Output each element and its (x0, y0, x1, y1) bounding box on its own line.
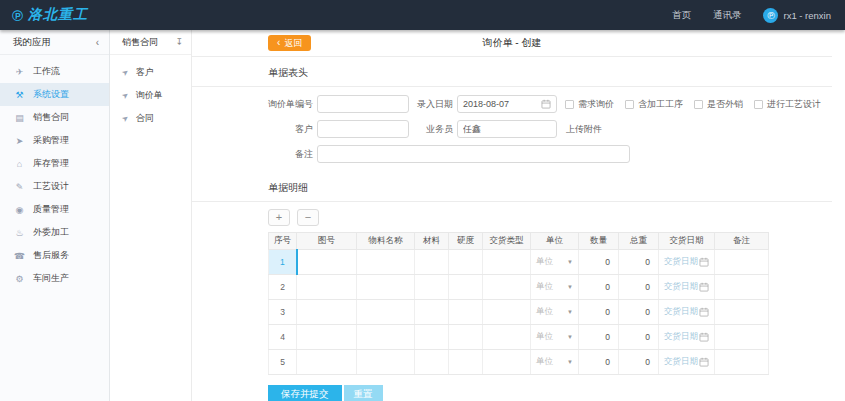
unit-select[interactable]: 单位▼ (531, 350, 579, 375)
unit-select[interactable]: 单位▼ (531, 300, 579, 325)
chevron-down-icon: ▼ (567, 259, 573, 265)
delivery-date-picker[interactable]: 交货日期 (659, 350, 715, 375)
unit-select[interactable]: 单位▼ (531, 275, 579, 300)
drawing-no-cell[interactable] (297, 300, 357, 325)
remark-cell[interactable] (715, 350, 769, 375)
inquiry-no-input[interactable] (317, 95, 409, 113)
hardness-cell[interactable] (449, 350, 483, 375)
nav-contacts-link[interactable]: 通讯录 (713, 9, 742, 22)
remove-row-button[interactable]: − (297, 209, 319, 226)
material-cell[interactable] (415, 275, 449, 300)
reset-button[interactable]: 重置 (344, 385, 383, 401)
submenu-item-inquiry[interactable]: ➤ 询价单 (110, 84, 191, 107)
sidebar-item-after-sales[interactable]: ☎ 售后服务 (0, 244, 109, 267)
material-name-cell[interactable] (357, 350, 415, 375)
salesman-input[interactable] (457, 120, 557, 138)
back-button[interactable]: ‹ 返回 (268, 35, 311, 51)
weight-cell[interactable]: 0 (619, 300, 659, 325)
table-row: 1 单位▼ 0 0 交货日期 (269, 250, 769, 275)
add-row-button[interactable]: + (268, 209, 290, 226)
material-name-cell[interactable] (357, 275, 415, 300)
quantity-cell[interactable]: 0 (579, 325, 619, 350)
material-name-cell[interactable] (357, 300, 415, 325)
checkbox-need-inquiry[interactable]: 需求询价 (565, 98, 614, 111)
material-cell[interactable] (415, 300, 449, 325)
remark-cell[interactable] (715, 300, 769, 325)
sidebar-item-process-design[interactable]: ✎ 工艺设计 (0, 175, 109, 198)
sidebar-item-system-settings[interactable]: ⚒ 系统设置 (0, 83, 109, 106)
unit-select[interactable]: 单位▼ (531, 325, 579, 350)
pin-icon[interactable]: ↧ (175, 37, 183, 47)
weight-cell[interactable]: 0 (619, 250, 659, 275)
material-cell[interactable] (415, 350, 449, 375)
app-logo[interactable]: ℗ 洛北重工 (12, 6, 88, 24)
row-seq[interactable]: 5 (269, 350, 297, 375)
remark-cell[interactable] (715, 325, 769, 350)
delivery-type-cell[interactable] (483, 325, 531, 350)
remark-cell[interactable] (715, 250, 769, 275)
checkbox-export[interactable]: 是否外销 (694, 98, 743, 111)
chevron-down-icon: ▼ (567, 284, 573, 290)
drawing-no-cell[interactable] (297, 250, 357, 275)
drawing-no-cell[interactable] (297, 350, 357, 375)
row-seq[interactable]: 2 (269, 275, 297, 300)
material-cell[interactable] (415, 325, 449, 350)
main-shell: 我的应用 ‹ ✈ 工作流 ⚒ 系统设置 ▤ 销售合同 ➤ 采购管理 (0, 30, 845, 401)
checkbox-process-design[interactable]: 进行工艺设计 (754, 98, 821, 111)
briefcase-icon: ▤ (14, 113, 25, 123)
sidebar-item-quality[interactable]: ◉ 质量管理 (0, 198, 109, 221)
collapse-sidebar-icon[interactable]: ‹ (96, 37, 99, 48)
submenu-item-customer[interactable]: ➤ 客户 (110, 61, 191, 84)
quantity-cell[interactable]: 0 (579, 350, 619, 375)
checkbox-with-processing[interactable]: 含加工工序 (625, 98, 683, 111)
customer-input[interactable] (317, 120, 409, 138)
material-name-cell[interactable] (357, 250, 415, 275)
delivery-date-picker[interactable]: 交货日期 (659, 325, 715, 350)
sidebar-item-inventory[interactable]: ⌂ 库存管理 (0, 152, 109, 175)
save-submit-button[interactable]: 保存并提交 (268, 385, 342, 401)
delivery-type-cell[interactable] (483, 300, 531, 325)
row-seq[interactable]: 4 (269, 325, 297, 350)
col-unit: 单位 (531, 233, 579, 250)
sidebar-item-purchasing[interactable]: ➤ 采购管理 (0, 129, 109, 152)
divider (192, 201, 832, 202)
delivery-date-picker[interactable]: 交货日期 (659, 250, 715, 275)
quantity-cell[interactable]: 0 (579, 250, 619, 275)
hardness-cell[interactable] (449, 250, 483, 275)
hardness-cell[interactable] (449, 300, 483, 325)
entry-date-picker[interactable]: 2018-08-07 (457, 95, 557, 113)
hardness-cell[interactable] (449, 275, 483, 300)
nav-home-link[interactable]: 首页 (672, 9, 691, 22)
remark-input[interactable] (317, 145, 630, 163)
delivery-type-cell[interactable] (483, 350, 531, 375)
calendar-icon (699, 357, 709, 367)
material-name-cell[interactable] (357, 325, 415, 350)
upload-attachment-link[interactable]: 上传附件 (566, 123, 602, 136)
delivery-date-picker[interactable]: 交货日期 (659, 275, 715, 300)
submenu-item-contract[interactable]: ➤ 合同 (110, 107, 191, 130)
hardness-cell[interactable] (449, 325, 483, 350)
delivery-type-cell[interactable] (483, 250, 531, 275)
delivery-date-placeholder: 交货日期 (664, 356, 698, 368)
unit-select[interactable]: 单位▼ (531, 250, 579, 275)
remark-label: 备注 (268, 148, 313, 161)
delivery-type-cell[interactable] (483, 275, 531, 300)
row-seq[interactable]: 1 (269, 250, 297, 275)
row-seq[interactable]: 3 (269, 300, 297, 325)
drawing-no-cell[interactable] (297, 325, 357, 350)
drawing-no-cell[interactable] (297, 275, 357, 300)
weight-cell[interactable]: 0 (619, 275, 659, 300)
material-cell[interactable] (415, 250, 449, 275)
sidebar-item-outsourcing[interactable]: ♨ 外委加工 (0, 221, 109, 244)
quantity-cell[interactable]: 0 (579, 300, 619, 325)
weight-cell[interactable]: 0 (619, 325, 659, 350)
delivery-date-placeholder: 交货日期 (664, 256, 698, 268)
user-menu[interactable]: ℗ rx1 - renxin (763, 8, 831, 23)
remark-cell[interactable] (715, 275, 769, 300)
quantity-cell[interactable]: 0 (579, 275, 619, 300)
sidebar-item-workshop[interactable]: ⚙ 车间生产 (0, 267, 109, 290)
delivery-date-picker[interactable]: 交货日期 (659, 300, 715, 325)
sidebar-item-workflow[interactable]: ✈ 工作流 (0, 60, 109, 83)
weight-cell[interactable]: 0 (619, 350, 659, 375)
sidebar-item-sales-contract[interactable]: ▤ 销售合同 (0, 106, 109, 129)
